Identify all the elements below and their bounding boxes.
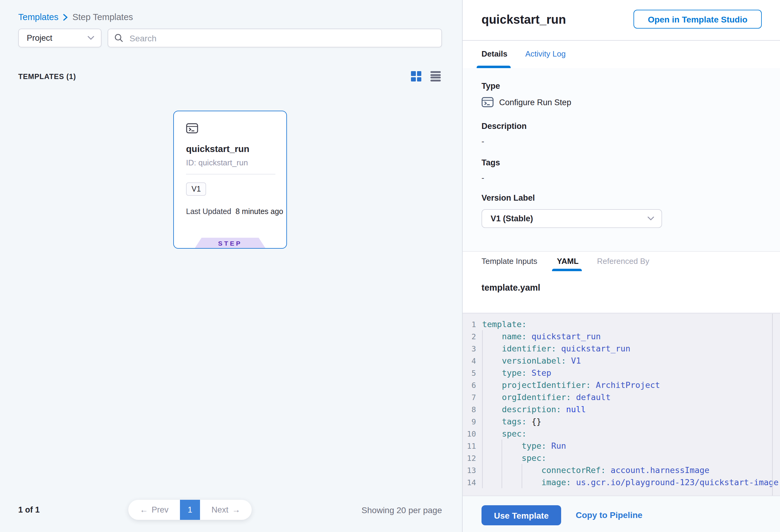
code-line: 1template: bbox=[462, 318, 780, 330]
last-updated-label: Last Updated bbox=[186, 207, 231, 216]
panel-footer: Use Template Copy to Pipeline bbox=[462, 496, 780, 532]
pager: ← Prev 1 Next → bbox=[128, 500, 252, 520]
prev-label: Prev bbox=[152, 505, 169, 514]
version-select[interactable]: V1 (Stable) bbox=[482, 209, 662, 228]
code-line: 3 identifier: quickstart_run bbox=[462, 342, 780, 354]
template-card[interactable]: quickstart_run ID: quickstart_run V1 Las… bbox=[173, 111, 287, 249]
version-label: Version Label bbox=[482, 193, 535, 202]
indent-guide bbox=[482, 330, 483, 488]
type-value-row: Configure Run Step bbox=[482, 96, 571, 108]
scope-select[interactable]: Project bbox=[18, 29, 102, 47]
code-line: 5 type: Step bbox=[462, 367, 780, 379]
card-id: ID: quickstart_run bbox=[186, 158, 248, 167]
code-line: 2 name: quickstart_run bbox=[462, 330, 780, 342]
grid-view-icon[interactable] bbox=[411, 71, 421, 82]
tab-activity-log[interactable]: Activity Log bbox=[525, 49, 566, 58]
page-summary: 1 of 1 bbox=[18, 505, 40, 514]
arrow-left-icon: ← bbox=[140, 505, 148, 514]
code-line: 6 projectIdentifier: ArchitProject bbox=[462, 379, 780, 391]
yaml-file-name: template.yaml bbox=[482, 283, 540, 292]
content-subtabs: Template Inputs YAML Referenced By bbox=[462, 251, 780, 271]
tab-referenced-by[interactable]: Referenced By bbox=[597, 256, 649, 266]
templates-count-label: TEMPLATES (1) bbox=[18, 72, 76, 81]
prev-page-button[interactable]: ← Prev bbox=[128, 500, 180, 520]
version-badge: V1 bbox=[186, 182, 206, 196]
card-last-updated: Last Updated 8 minutes ago bbox=[186, 207, 283, 216]
code-line: 8 description: null bbox=[462, 403, 780, 415]
code-line: 4 versionLabel: V1 bbox=[462, 354, 780, 367]
code-line: 9 tags: {} bbox=[462, 415, 780, 427]
tags-value: - bbox=[482, 173, 484, 182]
indent-guide bbox=[501, 440, 502, 488]
type-value: Configure Run Step bbox=[499, 98, 571, 107]
card-divider bbox=[186, 174, 276, 175]
active-tab-underline bbox=[477, 66, 511, 68]
code-line: 12 spec: bbox=[462, 452, 780, 464]
tags-label: Tags bbox=[482, 158, 500, 167]
breadcrumb: Templates Step Templates bbox=[18, 12, 133, 22]
scope-select-value: Project bbox=[27, 34, 52, 43]
page-1-button[interactable]: 1 bbox=[180, 500, 200, 520]
code-line: 7 orgIdentifier: default bbox=[462, 391, 780, 403]
description-value: - bbox=[482, 137, 484, 146]
step-type-badge: STEP bbox=[195, 238, 265, 248]
yaml-editor[interactable]: 1template:2 name: quickstart_run3 identi… bbox=[462, 313, 780, 496]
breadcrumb-current: Step Templates bbox=[72, 12, 133, 22]
indent-guide bbox=[522, 464, 522, 488]
per-page-label: Showing 20 per page bbox=[290, 505, 442, 515]
search-icon bbox=[114, 34, 124, 43]
chevron-down-icon bbox=[647, 216, 654, 221]
use-template-button[interactable]: Use Template bbox=[482, 505, 561, 525]
editor-scrollbar[interactable] bbox=[772, 314, 773, 495]
details-section: Type Configure Run Step Description - Ta… bbox=[462, 68, 780, 251]
list-view-icon[interactable] bbox=[430, 71, 441, 82]
version-select-value: V1 (Stable) bbox=[491, 214, 533, 223]
templates-page: Templates Step Templates Project TEMPLAT… bbox=[0, 0, 780, 532]
code-line: 11 type: Run bbox=[462, 440, 780, 452]
search-input[interactable] bbox=[128, 33, 435, 44]
tab-yaml[interactable]: YAML bbox=[557, 256, 579, 266]
code-lines: 1template:2 name: quickstart_run3 identi… bbox=[462, 318, 780, 488]
tab-template-inputs[interactable]: Template Inputs bbox=[482, 256, 537, 266]
view-toggle bbox=[411, 71, 441, 82]
run-step-icon bbox=[186, 122, 198, 134]
arrow-right-icon: → bbox=[232, 505, 240, 514]
open-in-template-studio-button[interactable]: Open in Template Studio bbox=[633, 10, 762, 29]
type-label: Type bbox=[482, 82, 500, 91]
run-step-icon bbox=[482, 96, 494, 108]
code-line: 13 connectorRef: account.harnessImage bbox=[462, 464, 780, 476]
yaml-title-row: template.yaml bbox=[462, 271, 780, 313]
next-page-button[interactable]: Next → bbox=[200, 500, 252, 520]
tab-details[interactable]: Details bbox=[482, 49, 507, 58]
copy-to-pipeline-link[interactable]: Copy to Pipeline bbox=[576, 510, 642, 520]
next-label: Next bbox=[211, 505, 229, 514]
description-label: Description bbox=[482, 122, 527, 131]
template-details-panel: quickstart_run Open in Template Studio D… bbox=[462, 0, 780, 532]
breadcrumb-templates-link[interactable]: Templates bbox=[18, 12, 58, 22]
chevron-down-icon bbox=[88, 36, 94, 40]
search-box bbox=[108, 29, 442, 47]
panel-title: quickstart_run bbox=[482, 13, 566, 27]
code-line: 14 image: us.gcr.io/playground-123/quick… bbox=[462, 476, 780, 488]
card-title: quickstart_run bbox=[186, 143, 249, 154]
panel-header: quickstart_run Open in Template Studio bbox=[462, 0, 780, 41]
last-updated-value: 8 minutes ago bbox=[236, 207, 283, 216]
code-line: 10 spec: bbox=[462, 427, 780, 440]
active-subtab-underline bbox=[552, 269, 582, 271]
templates-list-panel: Templates Step Templates Project TEMPLAT… bbox=[0, 0, 462, 532]
breadcrumb-chevron-icon bbox=[63, 14, 68, 20]
details-tabs: Details Activity Log bbox=[462, 41, 780, 68]
